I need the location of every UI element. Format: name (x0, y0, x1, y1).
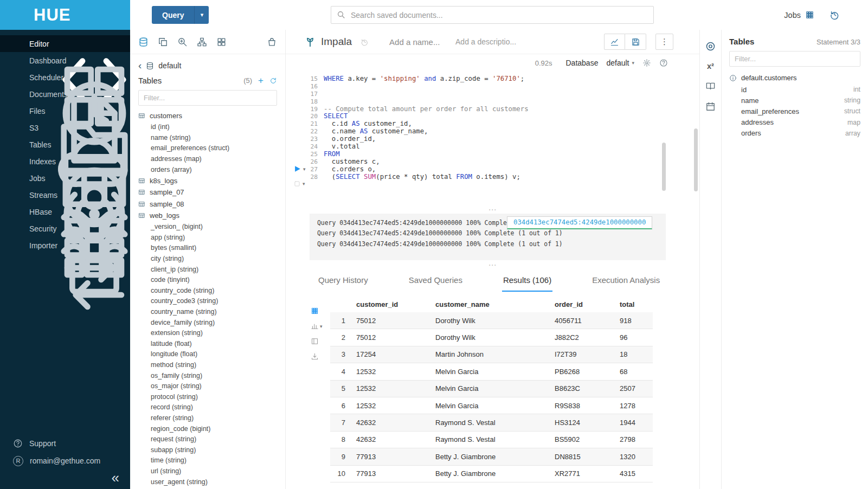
column-list-item[interactable]: os_major (string) (130, 381, 285, 391)
assist-filter-input[interactable] (729, 51, 860, 67)
query-history-icon[interactable] (361, 38, 369, 46)
query-dropdown-caret[interactable]: ▾ (194, 6, 209, 24)
collapse-sidebar-button[interactable]: « (0, 469, 130, 485)
result-row[interactable]: 3 17254 Martin Johnson I72T39 18 (330, 346, 653, 363)
more-actions-button[interactable]: ⋮ (655, 34, 673, 50)
resize-handle[interactable]: ⋯ (286, 207, 699, 213)
column-list-item[interactable]: extension (string) (130, 327, 285, 338)
query-id-link[interactable]: 034d413ec7474ed5:4249de1000000000 (507, 216, 652, 229)
user-menu[interactable]: R romain@gethue.com (0, 452, 130, 469)
support-link[interactable]: Support (0, 435, 130, 452)
result-tab[interactable]: Execution Analysis (591, 275, 661, 292)
assist-column-row[interactable]: email_preferences struct (729, 106, 860, 117)
result-row[interactable]: 5 12532 Melvin Garcia B8623C 2507 (330, 381, 653, 397)
result-row[interactable]: 7 42632 Raymond S. Vestal HS3124 1944 (330, 414, 653, 431)
assist-column-row[interactable]: id int (729, 84, 860, 95)
grid-view-button[interactable] (311, 307, 330, 315)
cell-order-id: J882C2 (555, 333, 620, 342)
result-row[interactable]: 1 75012 Dorothy Wilk 4056711 918 (330, 312, 653, 329)
zoom-in-icon[interactable] (177, 37, 188, 47)
column-header[interactable]: customer_name (435, 300, 555, 308)
main-scrollbar[interactable] (694, 128, 698, 191)
column-header[interactable]: total (620, 300, 653, 308)
column-list-item[interactable]: longitude (float) (130, 349, 285, 360)
assist-column-row[interactable]: addresses map (729, 117, 860, 128)
sidebar-item-label: Files (29, 107, 46, 115)
collections-bag-icon[interactable] (267, 37, 277, 47)
column-list-item[interactable]: url (string) (130, 466, 285, 477)
result-tab[interactable]: Results (106) (502, 275, 552, 292)
result-row[interactable]: 4 12532 Melvin Garcia PB6268 68 (330, 363, 653, 380)
column-list-item[interactable]: request (string) (130, 434, 285, 445)
query-name-input[interactable] (389, 37, 448, 47)
help-question-icon[interactable] (659, 59, 668, 67)
sidebar-item[interactable]: Editor (0, 35, 130, 52)
column-list-item[interactable]: region_code (bigint) (130, 423, 285, 434)
cell-customer-name: Betty J. Giambrone (435, 453, 555, 461)
jobs-link[interactable]: Jobs (784, 10, 814, 20)
execute-options-caret[interactable]: ▾ (303, 166, 306, 172)
sidebar-item-label: Documents (29, 90, 68, 99)
cell-total: 918 (620, 317, 653, 325)
history-icon[interactable] (830, 10, 840, 20)
column-header[interactable]: customer_id (356, 300, 435, 308)
line-number: 24 (310, 143, 324, 151)
assist-column-name: addresses (741, 118, 774, 126)
functions-icon[interactable]: x² (707, 62, 714, 70)
topbar: HUE Query ▾ Jobs (0, 0, 868, 30)
save-button[interactable] (625, 34, 646, 50)
chart-button[interactable] (604, 34, 625, 50)
result-row[interactable]: 8 42632 Raymond S. Vestal BS5902 2798 (330, 432, 653, 448)
cell-customer-name: Raymond S. Vestal (435, 419, 555, 427)
query-button[interactable]: Query (152, 6, 194, 24)
refresh-tables-icon[interactable] (269, 77, 277, 85)
column-list-item[interactable]: referer (string) (130, 413, 285, 423)
sidebar-item-label: Streams (29, 191, 57, 200)
column-list-item[interactable]: os_family (string) (130, 370, 285, 381)
code-token (360, 173, 364, 181)
column-header[interactable]: order_id (555, 300, 620, 308)
code-lines[interactable]: 15 WHERE a.key = 'shipping' and a.zip_co… (310, 72, 699, 207)
column-list-item[interactable]: method (string) (130, 359, 285, 370)
chart-view-button[interactable]: ▾ (311, 322, 330, 330)
code-token: SUM (364, 173, 376, 181)
format-options-caret[interactable]: ▾ (303, 181, 305, 186)
result-row[interactable]: 9 77913 Betty J. Giambrone DN8815 1320 (330, 448, 653, 465)
download-results-button[interactable] (311, 352, 330, 361)
format-control: ▾ (293, 180, 305, 188)
assist-column-type: map (847, 119, 860, 126)
columns-view-button[interactable] (311, 337, 330, 345)
execute-play-button[interactable] (293, 165, 301, 173)
database-selector[interactable]: default ▾ (606, 59, 634, 67)
assist-column-row[interactable]: orders array (729, 128, 860, 139)
editor-assistant-icon[interactable] (705, 41, 716, 52)
result-tab[interactable]: Query History (317, 275, 369, 292)
column-list-item[interactable]: protocol (string) (130, 391, 285, 402)
assist-table-row[interactable]: default.customers (729, 74, 860, 82)
column-list-item[interactable]: time (string) (130, 455, 285, 466)
code-token: a.zip_code = (436, 75, 492, 82)
search-input[interactable] (331, 6, 654, 24)
editor-scrollbar[interactable] (662, 143, 666, 191)
column-list-item[interactable]: user_agent (string) (130, 477, 285, 487)
column-list-item[interactable]: subapp (string) (130, 445, 285, 455)
assist-column-row[interactable]: name string (729, 95, 860, 106)
hue-logo[interactable]: HUE (0, 0, 130, 30)
query-description-input[interactable] (455, 37, 522, 46)
result-row[interactable]: 10 77913 Betty J. Giambrone XR2771 4315 (330, 466, 653, 482)
result-row[interactable]: 2 75012 Dorothy Wilk J882C2 96 (330, 329, 653, 346)
language-reference-icon[interactable] (705, 81, 716, 91)
schedule-icon[interactable] (705, 101, 716, 112)
column-list-item[interactable]: latitude (float) (130, 338, 285, 349)
chart-icon (610, 37, 619, 47)
sitemap-icon[interactable] (197, 37, 207, 47)
resize-handle[interactable]: ⋯ (286, 262, 699, 268)
apps-grid-icon[interactable] (216, 37, 227, 47)
result-tab[interactable]: Saved Queries (408, 275, 464, 292)
settings-gear-icon[interactable] (642, 59, 651, 67)
code-editor[interactable]: ▾ ▾ 15 WHERE a.key = 'shipping' and a.zi… (286, 72, 699, 207)
result-row[interactable]: 6 12532 Melvin Garcia R9S838 1278 (330, 397, 653, 414)
format-button[interactable] (293, 180, 301, 188)
add-table-button[interactable]: + (258, 76, 263, 85)
column-list-item[interactable]: record (string) (130, 402, 285, 413)
